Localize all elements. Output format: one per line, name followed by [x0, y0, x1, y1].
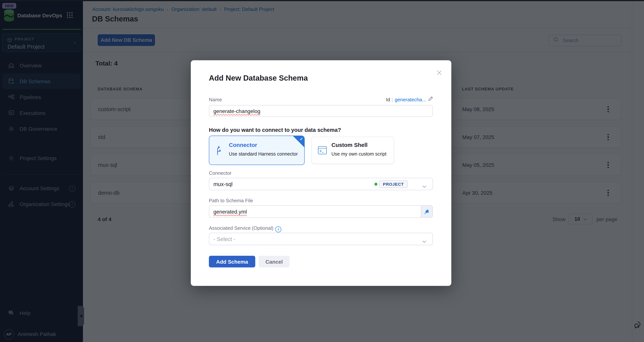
- add-schema-button[interactable]: Add Schema: [209, 256, 255, 267]
- service-select[interactable]: - Select -: [209, 233, 433, 245]
- connector-label: Connector: [209, 170, 232, 176]
- path-label: Path to Schema File: [209, 198, 253, 203]
- cancel-button[interactable]: Cancel: [259, 256, 290, 267]
- connector-card-title: Connector: [229, 142, 257, 148]
- name-input[interactable]: generate-changelog: [209, 105, 433, 117]
- pin-button[interactable]: [421, 206, 432, 217]
- add-schema-modal: Add New Database Schema Name Id : genera…: [191, 60, 451, 286]
- custom-shell-card-subtitle: Use my own custom script: [332, 151, 386, 157]
- close-icon[interactable]: [435, 68, 444, 77]
- connect-question: How do you want to connect to your data …: [209, 127, 341, 133]
- modal-title: Add New Database Schema: [209, 74, 308, 82]
- connector-card[interactable]: ✓ Connector Use standard Harness connect…: [209, 136, 305, 165]
- connector-select[interactable]: mux-sql PROJECT: [209, 178, 433, 190]
- check-icon: ✓: [300, 137, 303, 142]
- name-value: generate-changelog: [214, 108, 260, 114]
- connector-status-dot: [374, 183, 378, 186]
- chevron-down-icon: [422, 183, 426, 189]
- custom-shell-card[interactable]: Custom Shell Use my own custom script: [312, 137, 394, 164]
- path-input[interactable]: generated.yml: [209, 205, 433, 218]
- info-icon[interactable]: i: [276, 226, 282, 232]
- custom-shell-card-title: Custom Shell: [332, 142, 368, 148]
- app-root: NEW Database DevOps PROJECT Default Proj…: [0, 0, 644, 342]
- terminal-icon: [318, 145, 327, 157]
- id-row: Id : generatecha...: [209, 96, 433, 102]
- connector-branch-icon: [215, 146, 224, 157]
- edit-pencil-icon[interactable]: [428, 96, 433, 102]
- scope-badge: PROJECT: [379, 180, 408, 188]
- id-prefix: Id :: [386, 97, 393, 102]
- connector-card-subtitle: Use standard Harness connector: [229, 151, 298, 157]
- connector-value: mux-sql: [214, 181, 233, 187]
- path-value: generated.yml: [214, 209, 247, 215]
- chevron-down-icon: [422, 238, 426, 244]
- id-value-link[interactable]: generatecha...: [395, 97, 426, 102]
- service-placeholder: - Select -: [214, 236, 235, 242]
- service-label: Associated Service (Optional)i: [209, 225, 282, 232]
